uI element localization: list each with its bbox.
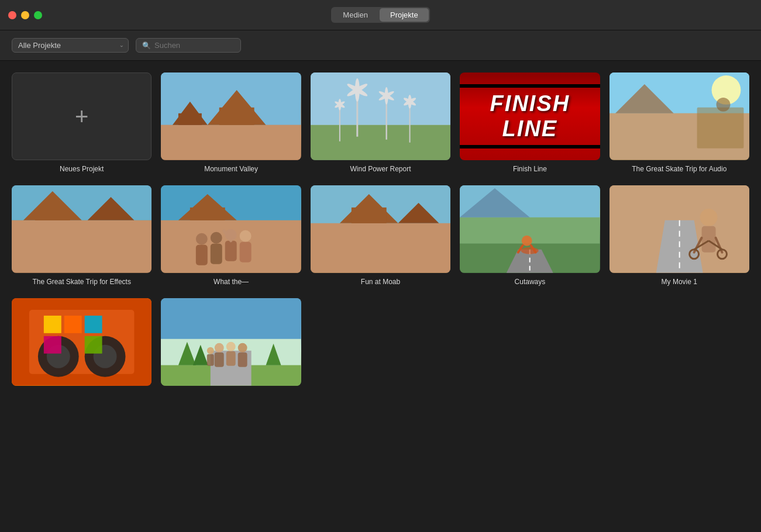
tab-medien[interactable]: Medien — [332, 8, 378, 22]
finish-line-bar-top — [460, 84, 600, 88]
svg-rect-49 — [311, 223, 450, 273]
skate-effects-svg — [12, 185, 151, 273]
svg-rect-33 — [35, 209, 70, 220]
search-input[interactable] — [154, 41, 230, 50]
project-thumb-mymovie[interactable] — [610, 185, 749, 273]
svg-rect-95 — [226, 351, 236, 366]
titlebar: Medien Projekte — [0, 0, 761, 30]
svg-point-39 — [211, 232, 222, 244]
filter-select[interactable]: Alle Projekte Zuletzt geöffnet Meine Pro… — [12, 38, 129, 53]
new-project-item[interactable]: + Neues Projekt — [12, 72, 151, 174]
project-item-wind-power[interactable]: Wind Power Report — [311, 72, 450, 174]
svg-rect-7 — [311, 125, 450, 160]
project-item-cutaways[interactable]: Cutaways — [460, 185, 600, 286]
toolbar: Alle Projekte Zuletzt geöffnet Meine Pro… — [0, 30, 761, 61]
svg-rect-40 — [211, 244, 222, 264]
new-project-thumb[interactable]: + — [12, 72, 151, 160]
tab-group: Medien Projekte — [331, 7, 429, 23]
project-thumb-last1[interactable] — [12, 298, 151, 386]
project-item-skate-audio[interactable]: The Great Skate Trip for Audio — [610, 72, 749, 174]
svg-rect-85 — [161, 298, 301, 339]
finish-text: FINISH — [490, 91, 570, 116]
svg-rect-38 — [190, 208, 225, 220]
moab-svg — [311, 185, 450, 273]
project-item-skate-effects[interactable]: The Great Skate Trip for Effects — [12, 185, 151, 286]
svg-point-96 — [238, 343, 247, 353]
project-label: The Great Skate Trip for Effects — [32, 278, 131, 287]
plus-icon: + — [75, 105, 88, 128]
minimize-button[interactable] — [21, 11, 29, 19]
search-icon: 🔍 — [142, 42, 151, 50]
svg-point-94 — [226, 342, 236, 351]
finish-line-bar-bottom — [460, 145, 600, 148]
project-item-moab[interactable]: Fun at Moab — [311, 185, 450, 286]
project-thumb-skate-audio[interactable] — [610, 72, 749, 160]
svg-rect-5 — [178, 113, 202, 125]
svg-rect-81 — [64, 316, 82, 333]
project-thumb-cutaways[interactable] — [460, 185, 600, 273]
projects-grid: + Neues Projekt Monument Valley — [12, 72, 749, 391]
svg-rect-46 — [196, 245, 208, 265]
svg-rect-51 — [352, 208, 387, 223]
project-label: Cutaways — [515, 278, 546, 287]
svg-point-45 — [196, 233, 208, 245]
project-label: Wind Power Report — [350, 165, 411, 174]
svg-point-98 — [207, 347, 214, 354]
traffic-lights — [8, 11, 42, 19]
project-thumb-skate-effects[interactable] — [12, 185, 151, 273]
project-item-monument-valley[interactable]: Monument Valley — [161, 72, 301, 174]
project-thumb-what-the[interactable] — [161, 185, 301, 273]
svg-rect-67 — [701, 226, 715, 253]
project-label: My Movie 1 — [662, 278, 697, 287]
project-item-mymovie[interactable]: My Movie 1 — [610, 185, 749, 286]
filter-select-wrapper: Alle Projekte Zuletzt geöffnet Meine Pro… — [12, 38, 129, 53]
project-label: Monument Valley — [204, 165, 258, 174]
wind-power-svg — [311, 72, 450, 160]
project-item-last2[interactable] — [161, 298, 301, 391]
last2-svg — [161, 298, 301, 386]
project-item-finish-line[interactable]: FINISH LINE Finish Line — [460, 72, 600, 174]
project-item-what-the[interactable]: What the— — [161, 185, 301, 286]
svg-rect-27 — [697, 108, 743, 148]
project-label: What the— — [214, 278, 249, 287]
monument-valley-svg — [161, 72, 301, 160]
svg-rect-82 — [85, 316, 102, 333]
svg-rect-1 — [161, 125, 301, 160]
svg-rect-84 — [85, 336, 102, 354]
svg-point-92 — [215, 343, 224, 353]
project-label: Fun at Moab — [361, 278, 400, 287]
svg-rect-83 — [44, 336, 61, 354]
project-thumb-moab[interactable] — [311, 185, 450, 273]
project-label: Neues Projekt — [60, 165, 104, 174]
last1-svg — [12, 298, 151, 386]
svg-rect-42 — [225, 241, 237, 261]
skate-audio-svg — [610, 72, 749, 160]
svg-rect-93 — [215, 353, 224, 367]
tab-projekte[interactable]: Projekte — [380, 8, 429, 22]
what-the-svg — [161, 185, 301, 273]
svg-point-28 — [716, 98, 730, 112]
project-thumb-finish-line[interactable]: FINISH LINE — [460, 72, 600, 160]
search-box: 🔍 — [136, 38, 241, 53]
project-label: Finish Line — [513, 165, 547, 174]
main-content: + Neues Projekt Monument Valley — [0, 61, 761, 532]
svg-rect-3 — [219, 108, 254, 125]
project-thumb-wind-power[interactable] — [311, 72, 450, 160]
svg-rect-97 — [238, 353, 247, 367]
finish-line-text: FINISH LINE — [490, 91, 570, 141]
svg-rect-44 — [240, 242, 252, 262]
svg-point-43 — [240, 230, 252, 242]
svg-rect-31 — [12, 220, 151, 273]
svg-rect-99 — [207, 354, 214, 366]
cutaways-svg — [460, 185, 600, 273]
svg-rect-80 — [44, 316, 61, 333]
mymovie-svg — [610, 185, 749, 273]
project-item-last1[interactable] — [12, 298, 151, 391]
project-label: The Great Skate Trip for Audio — [632, 165, 726, 174]
line-text: LINE — [490, 116, 570, 141]
close-button[interactable] — [8, 11, 16, 19]
project-thumb-last2[interactable] — [161, 298, 301, 386]
svg-point-66 — [700, 209, 717, 226]
fullscreen-button[interactable] — [34, 11, 42, 19]
project-thumb-monument-valley[interactable] — [161, 72, 301, 160]
